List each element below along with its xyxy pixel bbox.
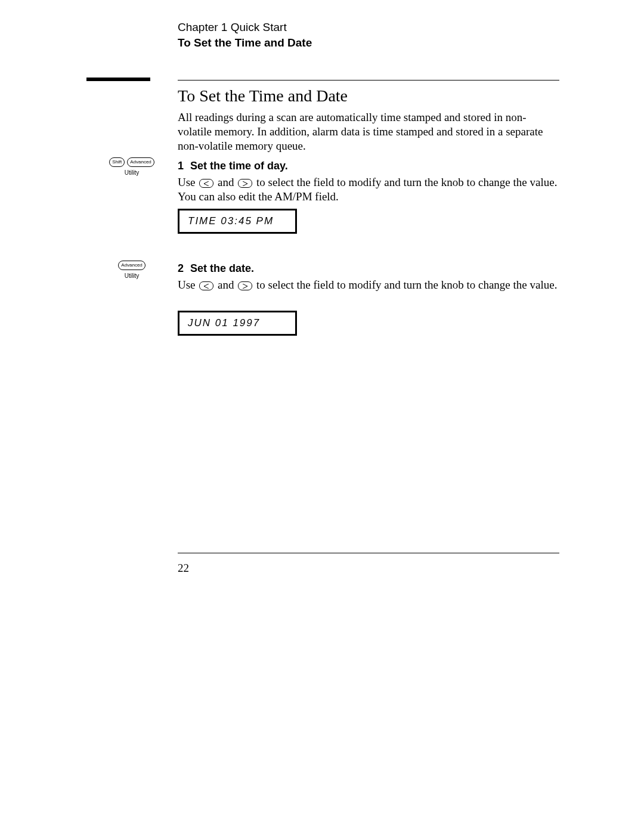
step-2-heading: 2 Set the date. (178, 262, 254, 275)
step-number: 1 (178, 160, 187, 172)
shift-key-icon: Shift (109, 157, 125, 167)
step-2-body: Use and to select the field to modify an… (178, 278, 559, 292)
margin-buttons-step-2: Advanced Utility (105, 261, 159, 279)
step-heading-text: Set the time of day. (190, 160, 288, 172)
s1-pre: Use (178, 176, 198, 188)
left-arrow-icon (199, 179, 213, 188)
chapter-label: Chapter 1 Quick Start (178, 20, 312, 35)
step-1-body: Use and to select the field to modify an… (178, 175, 559, 204)
right-arrow-icon (238, 179, 252, 188)
right-arrow-icon (238, 281, 252, 290)
s2-pre: Use (178, 278, 198, 291)
advanced-key-icon: Advanced (118, 261, 145, 270)
display-date: JUN 01 1997 (178, 311, 297, 336)
header-subtitle: To Set the Time and Date (178, 35, 312, 51)
running-header: Chapter 1 Quick Start To Set the Time an… (178, 20, 312, 50)
display-time-text: TIME 03:45 PM (188, 215, 274, 227)
step-1-heading: 1 Set the time of day. (178, 160, 288, 172)
display-time: TIME 03:45 PM (178, 209, 297, 234)
utility-label: Utility (105, 169, 159, 176)
thick-rule (86, 78, 150, 81)
page: Chapter 1 Quick Start To Set the Time an… (0, 0, 644, 833)
s2-post: to select the field to modify and turn t… (253, 278, 557, 291)
margin-buttons-step-1: Shift Advanced Utility (105, 157, 159, 176)
page-number: 22 (178, 562, 189, 575)
s2-mid: and (215, 278, 237, 291)
step-number: 2 (178, 262, 187, 275)
display-date-text: JUN 01 1997 (188, 317, 260, 329)
advanced-key-icon: Advanced (127, 157, 154, 167)
rule-top (178, 80, 559, 80)
left-arrow-icon (199, 281, 213, 290)
step-heading-text: Set the date. (190, 262, 254, 274)
intro-paragraph: All readings during a scan are automatic… (178, 110, 559, 153)
s1-mid: and (215, 176, 237, 188)
rule-bottom (178, 553, 559, 553)
section-title: To Set the Time and Date (178, 86, 348, 106)
utility-label: Utility (105, 272, 159, 279)
